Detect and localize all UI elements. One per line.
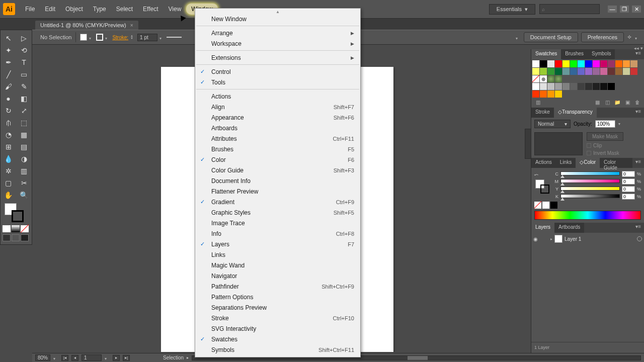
color-fill-stroke[interactable] (534, 178, 550, 196)
menu-item-arrange[interactable]: Arrange▶ (195, 28, 360, 38)
tab-symbols[interactable]: Symbols (588, 49, 615, 59)
document-setup-button[interactable]: Document Setup (524, 32, 578, 42)
swatch[interactable] (547, 75, 554, 82)
next-artboard-button[interactable]: ▸ (113, 355, 120, 361)
swatch[interactable]: ⊕ (540, 75, 547, 82)
swatch[interactable] (570, 83, 577, 90)
fill-stroke-indicator[interactable] (1, 201, 32, 224)
layer-thumbnail[interactable] (554, 235, 562, 243)
menu-view[interactable]: View (164, 4, 187, 15)
panel-menu-icon[interactable]: ▾≡ (632, 108, 644, 118)
swatch[interactable] (593, 83, 600, 90)
layer-row[interactable]: ◉ ▸ Layer 1 (531, 234, 644, 244)
menu-item-stroke[interactable]: StrokeCtrl+F10 (195, 313, 360, 323)
magic-wand-tool[interactable]: ✦ (1, 44, 16, 56)
stroke-dropdown-icon[interactable] (105, 35, 110, 40)
scale-tool[interactable]: ⤢ (16, 105, 32, 117)
menu-item-gradient[interactable]: ✓GradientCtrl+F9 (195, 197, 360, 207)
fill-swatch[interactable] (80, 34, 87, 41)
swap-colors-icon[interactable]: ⤺ (534, 172, 550, 177)
swatch[interactable] (547, 68, 554, 75)
artboard-dropdown-icon[interactable] (105, 355, 110, 360)
swatch[interactable] (608, 60, 615, 67)
swatch[interactable] (540, 60, 547, 67)
screen-mode-normal[interactable] (3, 234, 11, 241)
swatch[interactable] (623, 60, 630, 67)
opacity-dropdown-icon[interactable]: ▾ (618, 122, 620, 126)
shape-builder-tool[interactable]: ◔ (1, 129, 16, 141)
swatch[interactable] (623, 68, 630, 75)
black-value[interactable]: 0 (622, 194, 635, 200)
swatch[interactable] (615, 60, 622, 67)
make-mask-button[interactable]: Make Mask (587, 132, 623, 141)
color-mode-gradient[interactable] (12, 225, 20, 232)
color-mode-solid[interactable] (3, 225, 11, 232)
width-tool[interactable]: ⫛ (1, 117, 16, 129)
menu-item-pattern-options[interactable]: Pattern Options (195, 292, 360, 302)
magic-dropdown-icon[interactable] (635, 35, 640, 40)
zoom-dropdown-icon[interactable] (53, 355, 58, 360)
swatch[interactable] (630, 60, 637, 67)
swatch[interactable] (555, 60, 562, 67)
menu-item-separations-preview[interactable]: Separations Preview (195, 302, 360, 313)
swatch[interactable] (585, 60, 592, 67)
magenta-slider[interactable] (560, 179, 620, 184)
menu-edit[interactable]: Edit (40, 4, 60, 15)
swatch[interactable] (562, 68, 570, 75)
menu-item-navigator[interactable]: Navigator (195, 270, 360, 281)
menu-item-layers[interactable]: ✓LayersF7 (195, 239, 360, 249)
panel-menu-icon[interactable]: ▾≡ (632, 49, 644, 59)
expand-icon[interactable]: ▸ (550, 237, 552, 241)
menu-item-brushes[interactable]: BrushesF5 (195, 144, 360, 154)
last-artboard-button[interactable]: ▸| (123, 355, 130, 361)
blend-tool[interactable]: ◑ (16, 153, 32, 165)
magenta-value[interactable]: 0 (622, 178, 635, 185)
gradient-tool[interactable]: ▤ (16, 141, 32, 153)
swatch[interactable] (555, 75, 562, 82)
tab-swatches[interactable]: Swatches (531, 49, 561, 59)
layer-target-icon[interactable] (637, 236, 642, 241)
tab-layers[interactable]: Layers (531, 223, 554, 233)
white-color-icon[interactable] (542, 202, 549, 209)
visibility-icon[interactable]: ◉ (533, 236, 540, 242)
pencil-tool[interactable]: ✎ (16, 80, 32, 93)
swatch[interactable] (555, 90, 562, 98)
menu-item-image-trace[interactable]: Image Trace (195, 218, 360, 228)
tab-color[interactable]: ◇Color (576, 158, 600, 168)
new-swatch-icon[interactable]: ▣ (624, 99, 631, 105)
cyan-value[interactable]: 0 (622, 171, 635, 177)
menu-object[interactable]: Object (60, 4, 88, 15)
free-transform-tool[interactable]: ⬚ (16, 117, 32, 129)
swatch[interactable] (570, 60, 577, 67)
blob-brush-tool[interactable]: ● (1, 93, 16, 105)
artboard-number[interactable]: 1 (82, 354, 102, 361)
stroke-label[interactable]: Stroke: (112, 35, 128, 40)
swatch[interactable] (532, 83, 539, 90)
menu-item-actions[interactable]: Actions (195, 91, 360, 102)
swatch[interactable] (585, 68, 592, 75)
mask-preview[interactable] (534, 132, 583, 155)
panel-menu-icon[interactable]: ▾≡ (632, 158, 644, 168)
menu-effect[interactable]: Effect (138, 4, 163, 15)
artboard-tool[interactable]: ▢ (1, 177, 16, 189)
swatch[interactable] (532, 75, 539, 82)
color-stroke-icon[interactable] (540, 185, 549, 194)
menu-item-links[interactable]: Links (195, 249, 360, 260)
swatch[interactable] (540, 68, 547, 75)
menu-select[interactable]: Select (111, 4, 138, 15)
menu-item-appearance[interactable]: AppearanceShift+F6 (195, 112, 360, 123)
swatch-lib-icon[interactable]: ▥ (534, 99, 541, 105)
swatch[interactable] (593, 60, 600, 67)
menu-item-align[interactable]: AlignShift+F7 (195, 102, 360, 112)
menu-item-artboards[interactable]: Artboards (195, 123, 360, 133)
swatch[interactable] (608, 68, 615, 75)
menu-item-magic-wand[interactable]: Magic Wand (195, 260, 360, 270)
swatch[interactable] (540, 90, 547, 98)
panel-collapse-icons[interactable]: ◂◂ ▾ (634, 46, 643, 51)
preferences-button[interactable]: Preferences (581, 32, 624, 42)
menu-item-svg-interactivity[interactable]: SVG Interactivity (195, 323, 360, 334)
black-slider[interactable] (560, 194, 620, 199)
magic-wand-icon[interactable]: ✧ (627, 34, 632, 41)
trash-icon[interactable]: 🗑 (634, 99, 641, 105)
tab-links[interactable]: Links (556, 158, 576, 168)
